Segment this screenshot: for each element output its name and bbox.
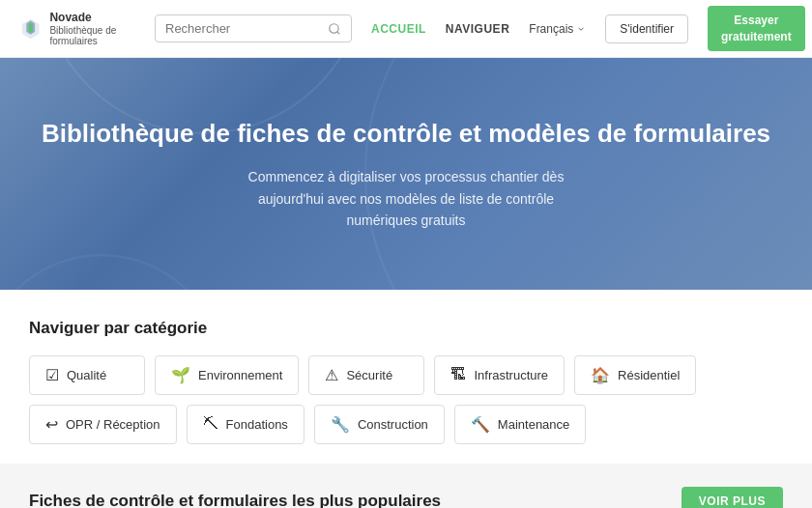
logo-text-block: Novade Bibliothèque de formulaires: [49, 11, 135, 47]
category-item[interactable]: 🏗Infrastructure: [434, 355, 565, 395]
category-icon: 🏗: [450, 366, 466, 383]
nav-naviguer[interactable]: NAVIGUER: [446, 22, 509, 36]
popular-section: Fiches de contrôle et formulaires les pl…: [0, 464, 812, 508]
category-label: Environnement: [198, 368, 282, 382]
svg-point-3: [330, 23, 338, 32]
category-item[interactable]: 🔧Construction: [314, 405, 445, 444]
logo-sub: Bibliothèque de formulaires: [49, 25, 135, 46]
nav-links: ACCUEIL NAVIGUER Français S'identifier E…: [371, 6, 805, 52]
lang-label: Français: [529, 22, 573, 36]
categories-title: Naviguer par catégorie: [29, 319, 783, 338]
search-bar[interactable]: [155, 14, 352, 42]
category-label: Fondations: [226, 417, 288, 432]
nav-accueil[interactable]: ACCUEIL: [371, 22, 426, 36]
category-label: Maintenance: [498, 417, 569, 432]
category-icon: 🏠: [591, 366, 610, 384]
category-icon: ☑: [45, 366, 59, 384]
search-icon: [328, 22, 341, 36]
category-item[interactable]: 🌱Environnement: [155, 355, 299, 395]
category-icon: 🔨: [471, 415, 490, 434]
category-item[interactable]: ⛏Fondations: [187, 405, 304, 444]
svg-line-4: [337, 31, 340, 34]
logo-icon: [19, 14, 42, 44]
category-item[interactable]: ↩OPR / Réception: [29, 405, 177, 444]
lang-selector[interactable]: Français: [529, 22, 586, 36]
category-label: Infrastructure: [474, 368, 548, 382]
logo-name: Novade: [49, 11, 135, 26]
signin-button[interactable]: S'identifier: [605, 14, 688, 43]
category-icon: ⚠: [325, 366, 338, 384]
category-label: OPR / Réception: [66, 417, 160, 432]
category-label: Qualité: [67, 368, 106, 382]
logo-area: Novade Bibliothèque de formulaires: [19, 11, 135, 47]
category-icon: 🔧: [331, 415, 350, 434]
category-icon: ↩: [45, 415, 58, 434]
popular-header: Fiches de contrôle et formulaires les pl…: [29, 487, 783, 508]
category-icon: ⛏: [203, 415, 218, 433]
hero-subtitle: Commencez à digitaliser vos processus ch…: [222, 166, 590, 231]
voir-plus-button[interactable]: VOIR PLUS: [682, 487, 783, 508]
category-item[interactable]: 🏠Résidentiel: [574, 355, 696, 395]
category-item[interactable]: 🔨Maintenance: [454, 405, 586, 444]
categories-section: Naviguer par catégorie ☑Qualité🌱Environn…: [0, 290, 812, 464]
popular-title: Fiches de contrôle et formulaires les pl…: [29, 492, 441, 508]
category-label: Sécurité: [346, 368, 392, 382]
chevron-down-icon: [576, 24, 586, 34]
category-icon: 🌱: [171, 366, 190, 384]
category-label: Construction: [358, 417, 428, 432]
header: Novade Bibliothèque de formulaires ACCUE…: [0, 0, 812, 58]
search-input[interactable]: [165, 21, 328, 36]
categories-grid: ☑Qualité🌱Environnement⚠Sécurité🏗Infrastr…: [29, 355, 783, 444]
hero-title: Bibliothèque de fiches de contrôle et mo…: [19, 116, 793, 151]
category-label: Résidentiel: [618, 368, 680, 382]
hero-section: Bibliothèque de fiches de contrôle et mo…: [0, 58, 812, 290]
trial-button[interactable]: Essayer gratuitement: [708, 6, 805, 52]
category-item[interactable]: ⚠Sécurité: [308, 355, 424, 395]
category-item[interactable]: ☑Qualité: [29, 355, 145, 395]
